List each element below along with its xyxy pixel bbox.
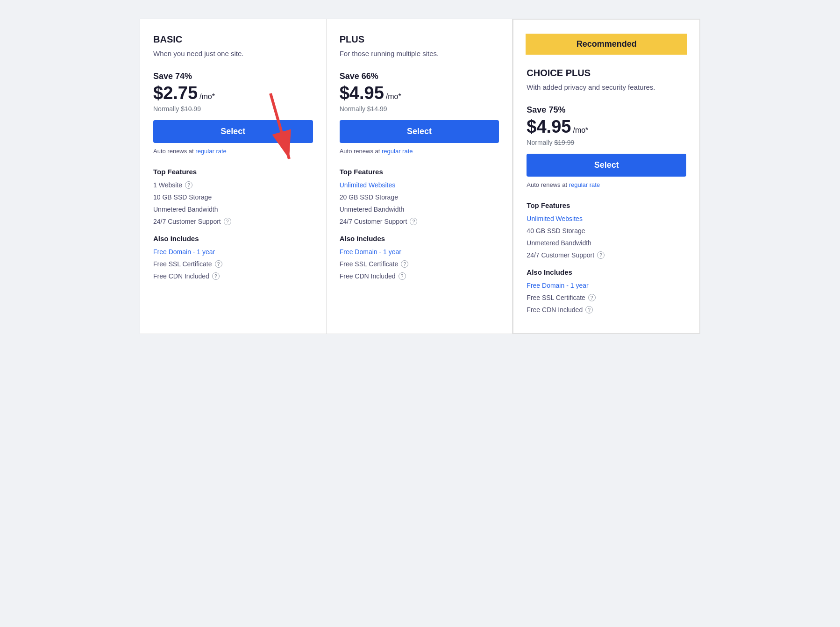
- also-includes-section-choice-plus: Also IncludesFree Domain - 1 yearFree SS…: [527, 268, 686, 314]
- feature-text-basic-1: 10 GB SSD Storage: [153, 193, 212, 201]
- feature-text-choice-plus-1: 40 GB SSD Storage: [527, 227, 585, 235]
- plan-description-basic: When you need just one site.: [153, 49, 313, 58]
- help-icon-basic-0[interactable]: ?: [185, 181, 192, 189]
- plan-card-basic: BASICWhen you need just one site.Save 74…: [140, 19, 326, 334]
- regular-rate-link-plus[interactable]: regular rate: [382, 148, 413, 155]
- also-includes-title-choice-plus: Also Includes: [527, 268, 686, 276]
- plan-description-choice-plus: With added privacy and security features…: [527, 82, 686, 92]
- also-text-plus-1: Free SSL Certificate: [340, 260, 399, 268]
- strikethrough-price-choice-plus: $19.99: [554, 139, 574, 146]
- also-text-choice-plus-2: Free CDN Included: [527, 306, 583, 314]
- feature-item-basic-3: 24/7 Customer Support?: [153, 218, 313, 225]
- also-item-basic-1: Free SSL Certificate?: [153, 260, 313, 268]
- also-item-plus-2: Free CDN Included?: [340, 272, 499, 280]
- also-help-icon-basic-2[interactable]: ?: [212, 272, 220, 280]
- also-item-choice-plus-1: Free SSL Certificate?: [527, 294, 686, 301]
- auto-renew-basic: Auto renews at regular rate: [153, 148, 313, 155]
- also-link-plus-0[interactable]: Free Domain - 1 year: [340, 248, 401, 256]
- feature-link-choice-plus-0[interactable]: Unlimited Websites: [527, 215, 583, 222]
- pricing-container: BASICWhen you need just one site.Save 74…: [140, 19, 700, 334]
- feature-link-plus-0[interactable]: Unlimited Websites: [340, 181, 396, 189]
- save-label-choice-plus: Save 75%: [527, 105, 686, 115]
- also-includes-title-basic: Also Includes: [153, 235, 313, 242]
- feature-item-plus-2: Unmetered Bandwidth: [340, 206, 499, 213]
- plan-card-plus: PLUSFor those running multiple sites.Sav…: [326, 19, 513, 334]
- price-row-choice-plus: $4.95 /mo*: [527, 117, 686, 137]
- price-dollar-plus: $4.95: [340, 83, 384, 103]
- feature-text-basic-3: 24/7 Customer Support: [153, 218, 221, 225]
- price-normal-plus: Normally $14.99: [340, 105, 499, 113]
- feature-text-plus-1: 20 GB SSD Storage: [340, 193, 398, 201]
- select-button-choice-plus[interactable]: Select: [527, 154, 686, 177]
- also-help-icon-choice-plus-1[interactable]: ?: [588, 294, 596, 301]
- feature-text-basic-2: Unmetered Bandwidth: [153, 206, 218, 213]
- feature-item-plus-0: Unlimited Websites: [340, 181, 499, 189]
- price-per-basic: /mo*: [199, 93, 215, 101]
- select-button-plus[interactable]: Select: [340, 120, 499, 143]
- strikethrough-price-basic: $10.99: [181, 105, 201, 113]
- auto-renew-plus: Auto renews at regular rate: [340, 148, 499, 155]
- also-item-choice-plus-0: Free Domain - 1 year: [527, 282, 686, 289]
- price-dollar-basic: $2.75: [153, 83, 198, 103]
- feature-item-choice-plus-2: Unmetered Bandwidth: [527, 239, 686, 247]
- help-icon-basic-3[interactable]: ?: [224, 218, 231, 225]
- price-per-plus: /mo*: [386, 93, 401, 101]
- price-per-choice-plus: /mo*: [573, 126, 588, 135]
- also-text-plus-2: Free CDN Included: [340, 272, 396, 280]
- price-dollar-choice-plus: $4.95: [527, 117, 571, 137]
- feature-item-basic-1: 10 GB SSD Storage: [153, 193, 313, 201]
- feature-item-choice-plus-3: 24/7 Customer Support?: [527, 251, 686, 259]
- also-item-plus-0: Free Domain - 1 year: [340, 248, 499, 256]
- plan-name-basic: BASIC: [153, 34, 313, 45]
- recommended-banner: Recommended: [526, 34, 687, 55]
- also-help-icon-plus-2[interactable]: ?: [399, 272, 406, 280]
- also-text-choice-plus-1: Free SSL Certificate: [527, 294, 585, 301]
- also-includes-section-basic: Also IncludesFree Domain - 1 yearFree SS…: [153, 235, 313, 280]
- top-features-title-choice-plus: Top Features: [527, 201, 686, 209]
- feature-item-plus-1: 20 GB SSD Storage: [340, 193, 499, 201]
- also-text-basic-2: Free CDN Included: [153, 272, 209, 280]
- plan-name-choice-plus: CHOICE PLUS: [527, 68, 686, 78]
- feature-text-choice-plus-2: Unmetered Bandwidth: [527, 239, 591, 247]
- feature-item-choice-plus-1: 40 GB SSD Storage: [527, 227, 686, 235]
- also-help-icon-plus-1[interactable]: ?: [401, 260, 408, 268]
- also-help-icon-choice-plus-2[interactable]: ?: [585, 306, 593, 314]
- feature-item-plus-3: 24/7 Customer Support?: [340, 218, 499, 225]
- plan-card-choice-plus: RecommendedCHOICE PLUSWith added privacy…: [513, 19, 700, 334]
- also-includes-title-plus: Also Includes: [340, 235, 499, 242]
- regular-rate-link-choice-plus[interactable]: regular rate: [569, 181, 600, 188]
- also-help-icon-basic-1[interactable]: ?: [215, 260, 222, 268]
- also-item-plus-1: Free SSL Certificate?: [340, 260, 499, 268]
- feature-text-plus-2: Unmetered Bandwidth: [340, 206, 405, 213]
- also-item-basic-2: Free CDN Included?: [153, 272, 313, 280]
- help-icon-plus-3[interactable]: ?: [410, 218, 417, 225]
- plan-name-plus: PLUS: [340, 34, 499, 45]
- save-label-basic: Save 74%: [153, 71, 313, 81]
- also-link-choice-plus-0[interactable]: Free Domain - 1 year: [527, 282, 588, 289]
- feature-item-basic-2: Unmetered Bandwidth: [153, 206, 313, 213]
- feature-text-plus-3: 24/7 Customer Support: [340, 218, 407, 225]
- price-normal-choice-plus: Normally $19.99: [527, 139, 686, 146]
- regular-rate-link-basic[interactable]: regular rate: [195, 148, 226, 155]
- strikethrough-price-plus: $14.99: [367, 105, 387, 113]
- price-normal-basic: Normally $10.99: [153, 105, 313, 113]
- feature-item-basic-0: 1 Website?: [153, 181, 313, 189]
- feature-item-choice-plus-0: Unlimited Websites: [527, 215, 686, 222]
- feature-text-basic-0: 1 Website: [153, 181, 182, 189]
- price-row-plus: $4.95 /mo*: [340, 83, 499, 103]
- feature-text-choice-plus-3: 24/7 Customer Support: [527, 251, 594, 259]
- plan-description-plus: For those running multiple sites.: [340, 49, 499, 58]
- top-features-title-basic: Top Features: [153, 168, 313, 176]
- also-link-basic-0[interactable]: Free Domain - 1 year: [153, 248, 215, 256]
- select-button-basic[interactable]: Select: [153, 120, 313, 143]
- also-item-choice-plus-2: Free CDN Included?: [527, 306, 686, 314]
- price-row-basic: $2.75 /mo*: [153, 83, 313, 103]
- also-item-basic-0: Free Domain - 1 year: [153, 248, 313, 256]
- top-features-title-plus: Top Features: [340, 168, 499, 176]
- auto-renew-choice-plus: Auto renews at regular rate: [527, 181, 686, 188]
- help-icon-choice-plus-3[interactable]: ?: [597, 251, 605, 259]
- also-includes-section-plus: Also IncludesFree Domain - 1 yearFree SS…: [340, 235, 499, 280]
- also-text-basic-1: Free SSL Certificate: [153, 260, 212, 268]
- save-label-plus: Save 66%: [340, 71, 499, 81]
